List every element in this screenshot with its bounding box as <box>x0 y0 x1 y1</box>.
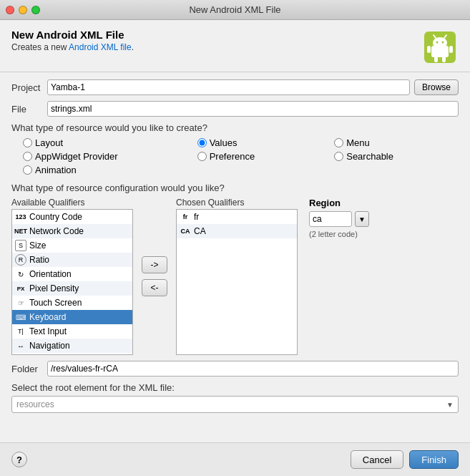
country-code-icon: 123 <box>15 211 26 223</box>
size-icon: S <box>15 240 26 251</box>
android-logo <box>421 29 459 66</box>
list-item[interactable]: CA CA <box>177 224 297 238</box>
pixel-density-icon: PX <box>15 283 26 294</box>
list-item[interactable]: S Size <box>12 238 132 253</box>
file-input[interactable] <box>47 101 459 117</box>
list-item[interactable]: ⌨ Keyboard <box>12 310 132 324</box>
region-select-wrap: ▼ <box>309 211 369 227</box>
add-qualifier-button[interactable]: -> <box>142 256 167 273</box>
resource-type-section: What type of resource would you like to … <box>11 122 459 175</box>
radio-menu[interactable]: Menu <box>334 137 459 148</box>
file-row: File <box>11 101 459 117</box>
footer: ? Cancel Finish <box>0 442 470 476</box>
orientation-icon: ↻ <box>15 268 26 280</box>
ratio-icon: R <box>15 254 26 266</box>
radio-animation[interactable]: Animation <box>23 165 183 175</box>
list-item[interactable]: NET Network Code <box>12 224 132 238</box>
svg-rect-9 <box>434 57 438 62</box>
svg-point-3 <box>436 42 439 44</box>
list-item[interactable]: ☞ Touch Screen <box>12 296 132 310</box>
region-panel: Region ▼ (2 letter code) <box>309 198 369 355</box>
window-title: New Android XML File <box>189 4 280 15</box>
qualifier-section: What type of resource configuration woul… <box>11 183 459 355</box>
arrow-buttons: -> <- <box>139 198 170 355</box>
android-xml-link[interactable]: Android XML file <box>69 42 132 52</box>
footer-left: ? <box>11 452 27 467</box>
header-section: New Android XML File Creates a new Andro… <box>0 20 470 72</box>
help-button[interactable]: ? <box>11 452 27 467</box>
remove-qualifier-button[interactable]: <- <box>142 279 167 296</box>
resource-type-question: What type of resource would you like to … <box>11 122 459 133</box>
fr-icon: fr <box>180 211 191 223</box>
svg-rect-7 <box>427 46 431 53</box>
list-item[interactable]: PX Pixel Density <box>12 281 132 296</box>
project-row: Project Browse <box>11 79 459 95</box>
browse-button[interactable]: Browse <box>414 79 459 95</box>
dialog: New Android XML File Creates a new Andro… <box>0 20 470 476</box>
keyboard-icon: ⌨ <box>15 311 26 323</box>
root-element-dropdown-icon[interactable]: ▼ <box>446 401 454 409</box>
available-qualifiers-panel: Available Qualifiers 123 Country Code NE… <box>11 198 133 355</box>
radio-preference[interactable]: Preference <box>197 151 320 162</box>
maximize-button[interactable] <box>31 6 40 14</box>
project-input[interactable] <box>47 79 410 95</box>
radio-searchable[interactable]: Searchable <box>334 151 459 162</box>
available-qualifiers-list[interactable]: 123 Country Code NET Network Code S Size <box>11 209 133 355</box>
radio-preference-input[interactable] <box>197 152 207 161</box>
list-item[interactable]: R Ratio <box>12 253 132 267</box>
radio-appwidget-input[interactable] <box>23 152 32 161</box>
dialog-subtitle: Creates a new Android XML file. <box>11 42 134 52</box>
dimension-icon: ↕ <box>15 354 26 355</box>
radio-menu-input[interactable] <box>334 138 343 147</box>
ca-icon: CA <box>180 225 191 237</box>
qualifiers-layout: Available Qualifiers 123 Country Code NE… <box>11 198 459 355</box>
region-input[interactable] <box>309 211 352 227</box>
list-item[interactable]: ↻ Orientation <box>12 267 132 281</box>
resource-type-options: Layout Values Menu AppWidget Provider Pr… <box>23 137 459 175</box>
project-label: Project <box>11 82 47 93</box>
root-element-value: resources <box>16 399 446 409</box>
minimize-button[interactable] <box>19 6 27 14</box>
list-item[interactable]: 123 Country Code <box>12 210 132 224</box>
navigation-icon: ↔ <box>15 340 26 351</box>
radio-values-input[interactable] <box>197 138 207 147</box>
network-code-icon: NET <box>15 225 26 237</box>
qualifier-question: What type of resource configuration woul… <box>11 183 459 193</box>
svg-point-2 <box>433 37 447 49</box>
svg-rect-8 <box>449 46 453 53</box>
window-controls[interactable] <box>6 6 40 14</box>
region-label: Region <box>309 198 369 208</box>
region-dropdown-button[interactable]: ▼ <box>355 211 369 227</box>
file-label: File <box>11 104 47 115</box>
chosen-qualifiers-label: Chosen Qualifiers <box>176 198 298 208</box>
footer-right: Cancel Finish <box>351 450 459 469</box>
radio-layout-input[interactable] <box>23 138 32 147</box>
close-button[interactable] <box>6 6 14 14</box>
svg-point-4 <box>442 42 444 44</box>
region-hint: (2 letter code) <box>309 230 369 238</box>
radio-values[interactable]: Values <box>197 137 320 148</box>
finish-button[interactable]: Finish <box>409 450 459 469</box>
text-input-icon: T| <box>15 326 26 337</box>
available-qualifiers-label: Available Qualifiers <box>11 198 133 208</box>
root-element-section: Select the root element for the XML file… <box>11 382 459 413</box>
folder-section: Folder <box>11 361 459 377</box>
list-item[interactable]: fr fr <box>177 210 297 224</box>
folder-input[interactable] <box>47 361 459 377</box>
root-element-question: Select the root element for the XML file… <box>11 382 459 393</box>
list-item[interactable]: T| Text Input <box>12 324 132 339</box>
header-text: New Android XML File Creates a new Andro… <box>11 29 134 52</box>
list-item[interactable]: ↔ Navigation <box>12 339 132 353</box>
radio-searchable-input[interactable] <box>334 152 343 161</box>
cancel-button[interactable]: Cancel <box>351 450 403 469</box>
svg-rect-10 <box>442 57 446 62</box>
radio-animation-input[interactable] <box>23 165 32 175</box>
radio-layout[interactable]: Layout <box>23 137 183 148</box>
chosen-qualifiers-list[interactable]: fr fr CA CA <box>176 209 298 355</box>
dialog-title: New Android XML File <box>11 29 134 41</box>
radio-appwidget[interactable]: AppWidget Provider <box>23 151 183 162</box>
list-item[interactable]: ↕ Dimension <box>12 353 132 355</box>
folder-label: Folder <box>11 364 47 374</box>
root-element-select-wrap[interactable]: resources ▼ <box>11 396 459 413</box>
title-bar: New Android XML File <box>0 0 470 20</box>
